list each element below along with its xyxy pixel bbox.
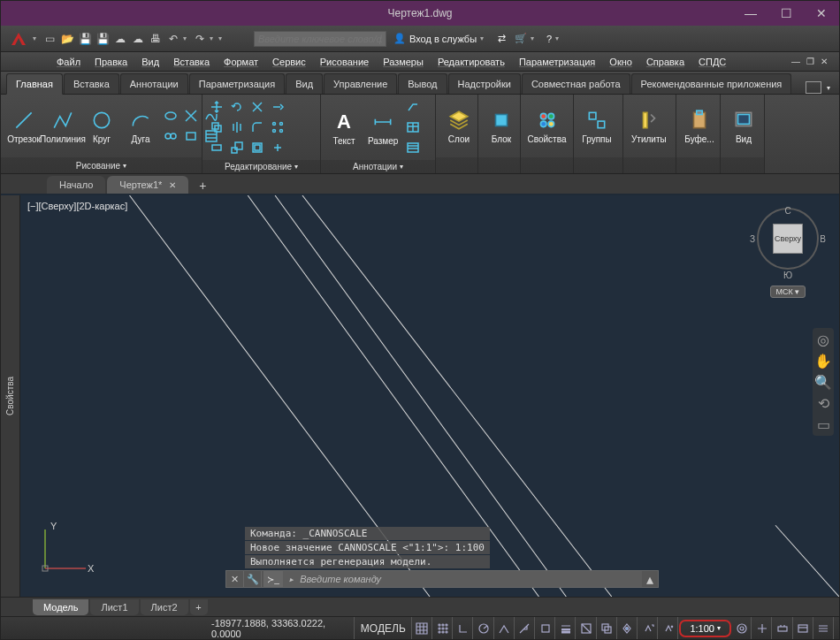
close-button[interactable]: ✕ <box>804 1 839 26</box>
new-tab-button[interactable]: + <box>194 178 211 194</box>
clipboard-button[interactable]: Буфе... <box>682 106 717 146</box>
menu-dimension[interactable]: Размеры <box>377 55 430 69</box>
panel-draw-label[interactable]: Рисование▾ <box>1 157 202 173</box>
redo-dropdown-icon[interactable]: ▾ <box>210 34 217 42</box>
rotate-icon[interactable] <box>228 98 246 116</box>
menu-insert[interactable]: Вставка <box>167 55 216 69</box>
status-isodraft-icon[interactable] <box>495 617 515 639</box>
nav-orbit-icon[interactable]: ⟲ <box>815 395 831 411</box>
leader-icon[interactable] <box>404 98 422 116</box>
status-annotation-scale[interactable]: 1:100▾ <box>679 620 731 637</box>
status-annotation-monitor-icon[interactable] <box>752 617 772 639</box>
properties-button[interactable]: Свойства <box>526 106 568 146</box>
menu-window[interactable]: Окно <box>603 55 638 69</box>
copy-icon[interactable] <box>208 118 225 136</box>
nav-pan-icon[interactable]: ✋ <box>815 353 831 369</box>
tab-featured[interactable]: Рекомендованные приложения <box>631 73 792 94</box>
mirror-icon[interactable] <box>228 118 246 136</box>
search-input[interactable] <box>254 31 386 47</box>
cmdline-customize-icon[interactable]: 🔧 <box>244 570 262 588</box>
wcs-badge[interactable]: МСК ▾ <box>770 286 806 298</box>
menu-view[interactable]: Вид <box>135 55 165 69</box>
groups-button[interactable]: Группы <box>579 106 615 146</box>
status-annotation-lock-icon[interactable] <box>659 617 678 639</box>
status-coords[interactable]: -18977.1888, 33363.0222, 0.0000 <box>204 617 355 639</box>
panel-modify-label[interactable]: Редактирование▾ <box>202 160 320 173</box>
status-selection-cycling-icon[interactable] <box>598 617 617 639</box>
drawing-canvas[interactable]: [−][Сверху][2D-каркас] Сверху С Ю В З МС… <box>20 195 839 597</box>
file-tab-start[interactable]: Начало <box>47 176 105 194</box>
line-button[interactable]: Отрезок <box>6 106 42 146</box>
nav-wheel-icon[interactable]: ◎ <box>815 331 831 347</box>
status-customize-icon[interactable] <box>814 617 834 639</box>
cloud-open-icon[interactable]: ☁ <box>112 31 128 47</box>
text-button[interactable]: AТекст <box>326 108 362 148</box>
navigation-bar[interactable]: ◎ ✋ 🔍 ⟲ ▭ <box>813 328 834 436</box>
layout-tab-model[interactable]: Модель <box>33 599 88 615</box>
layout-tab-sheet1[interactable]: Лист1 <box>90 599 138 615</box>
save-icon[interactable]: 💾 <box>77 31 93 47</box>
mdi-restore-button[interactable]: ❐ <box>804 57 816 67</box>
mdi-close-button[interactable]: ✕ <box>818 57 830 67</box>
block-button[interactable]: Блок <box>484 106 519 146</box>
signin-button[interactable]: Вход в службы <box>409 34 477 44</box>
tab-manage[interactable]: Управление <box>324 73 397 94</box>
arc-button[interactable]: Дуга <box>123 106 158 146</box>
tab-insert[interactable]: Вставка <box>64 73 119 94</box>
layers-button[interactable]: Слои <box>441 106 477 146</box>
panel-annot-label[interactable]: Аннотации▾ <box>321 160 435 173</box>
cmdline-close-icon[interactable]: ✕ <box>226 570 244 588</box>
app-logo-icon[interactable] <box>6 27 31 51</box>
menu-modify[interactable]: Редактировать <box>431 55 511 69</box>
redo-icon[interactable]: ↷ <box>192 31 208 47</box>
stretch-icon[interactable] <box>208 139 225 156</box>
plot-icon[interactable]: 🖶 <box>148 31 164 47</box>
view-button[interactable]: Вид <box>726 106 761 146</box>
status-grid-icon[interactable] <box>413 617 432 639</box>
tab-output[interactable]: Вывод <box>398 73 447 94</box>
tab-home[interactable]: Главная <box>6 73 63 95</box>
polyline-button[interactable]: Полилиния <box>45 106 80 146</box>
menu-edit[interactable]: Правка <box>88 55 134 69</box>
exchange-icon[interactable]: ⇄ <box>498 33 506 44</box>
nav-zoom-icon[interactable]: 🔍 <box>815 374 831 390</box>
cmdline-input[interactable]: ▸ Введите команду <box>283 571 642 587</box>
status-ortho-icon[interactable] <box>454 617 473 639</box>
signin-dropdown-icon[interactable]: ▾ <box>480 34 487 42</box>
status-osnap-tracking-icon[interactable] <box>515 617 535 639</box>
table-icon[interactable] <box>404 118 422 136</box>
menu-file[interactable]: Файл <box>50 55 87 69</box>
circle-button[interactable]: Круг <box>84 106 119 146</box>
utilities-button[interactable]: Утилиты <box>629 106 669 146</box>
menu-spds[interactable]: СПДС <box>692 55 732 69</box>
undo-icon[interactable]: ↶ <box>165 31 181 47</box>
ribbon-tab-selector-icon[interactable] <box>806 81 821 94</box>
status-annotation-autoscale-icon[interactable] <box>638 617 658 639</box>
move-icon[interactable] <box>208 98 225 116</box>
explode-icon[interactable] <box>269 139 286 156</box>
ucs-icon[interactable]: YX <box>34 517 96 581</box>
status-polar-icon[interactable] <box>474 617 493 639</box>
tab-view[interactable]: Вид <box>286 73 323 94</box>
menu-format[interactable]: Формат <box>218 55 264 69</box>
menu-tools[interactable]: Сервис <box>266 55 312 69</box>
nav-showmotion-icon[interactable]: ▭ <box>815 416 831 432</box>
tab-collab[interactable]: Совместная работа <box>522 73 630 94</box>
dimension-button[interactable]: Размер <box>365 108 401 148</box>
minimize-button[interactable]: — <box>733 1 768 26</box>
menu-parametric[interactable]: Параметризация <box>513 55 601 69</box>
status-lineweight-icon[interactable] <box>556 617 576 639</box>
offset-icon[interactable] <box>248 139 266 156</box>
tab-annotate[interactable]: Аннотации <box>120 73 188 94</box>
ellipse-icon[interactable] <box>162 127 179 145</box>
status-units-icon[interactable] <box>773 617 792 639</box>
open-icon[interactable]: 📂 <box>59 31 75 47</box>
table2-icon[interactable] <box>404 139 422 156</box>
tab-parametric[interactable]: Параметризация <box>189 73 285 94</box>
fillet-icon[interactable] <box>248 118 266 136</box>
viewcube[interactable]: Сверху С Ю В З МСК ▾ <box>754 208 821 287</box>
rectangle-icon[interactable] <box>162 107 179 125</box>
scale-icon[interactable] <box>228 139 246 156</box>
tab-addins[interactable]: Надстройки <box>448 73 521 94</box>
viewcube-face[interactable]: Сверху <box>773 224 803 254</box>
